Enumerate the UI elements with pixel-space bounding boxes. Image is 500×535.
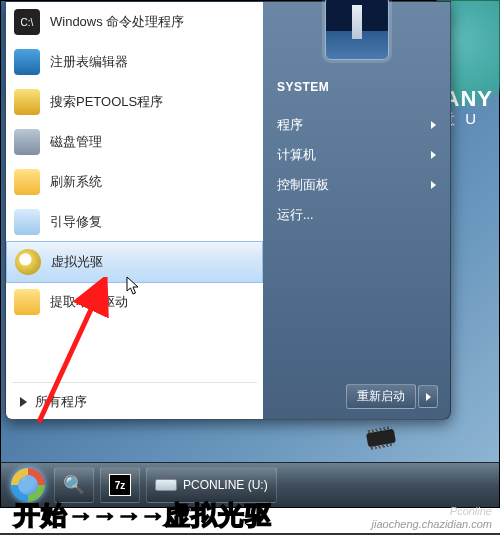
instruction-strip: 开始→→→→虚拟光驱 Pconline jiaocheng.chazidian.…: [0, 508, 500, 533]
restart-button[interactable]: 重新启动: [346, 384, 416, 409]
instruction-target: 虚拟光驱: [164, 500, 272, 530]
places-item-label: 计算机: [277, 147, 316, 164]
restart-options-button[interactable]: [418, 385, 438, 408]
start-item-label: 提取本机驱动: [50, 293, 128, 311]
chip-icon: [366, 429, 396, 448]
start-item-6[interactable]: 虚拟光驱: [6, 241, 263, 283]
start-item-0[interactable]: C:\Windows 命令处理程序: [6, 2, 263, 42]
watermark-bottom: jiaocheng.chazidian.com: [372, 518, 492, 530]
watermark-top: Pconline: [450, 505, 492, 517]
places-item-1[interactable]: 计算机: [271, 140, 442, 170]
user-name: SYSTEM: [277, 80, 329, 94]
start-item-1[interactable]: 注册表编辑器: [6, 42, 263, 82]
start-menu-left: C:\Windows 命令处理程序注册表编辑器搜索PETOOLS程序磁盘管理刷新…: [6, 2, 263, 419]
start-item-label: 虚拟光驱: [51, 253, 103, 271]
start-item-label: 刷新系统: [50, 173, 102, 191]
triangle-right-icon: [431, 121, 436, 129]
separator: [12, 382, 257, 383]
start-menu-right: SYSTEM 程序计算机控制面板运行... 重新启动: [263, 2, 450, 419]
instruction-text: 开始→→→→虚拟光驱: [14, 498, 272, 533]
7zip-icon: 7z: [109, 474, 131, 496]
ico-refresh-icon: [14, 169, 40, 195]
ico-drv-icon: [14, 289, 40, 315]
places-item-3[interactable]: 运行...: [271, 200, 442, 230]
taskbar-button-label: PCONLINE (U:): [183, 478, 268, 492]
start-item-3[interactable]: 磁盘管理: [6, 122, 263, 162]
start-item-label: 注册表编辑器: [50, 53, 128, 71]
triangle-right-icon: [431, 151, 436, 159]
magnifier-icon: 🔍: [63, 474, 85, 496]
triangle-right-icon: [20, 397, 27, 407]
instruction-start: 开始: [14, 500, 68, 530]
places-item-2[interactable]: 控制面板: [271, 170, 442, 200]
start-item-7[interactable]: 提取本机驱动: [6, 282, 263, 322]
places-item-label: 运行...: [277, 207, 313, 224]
start-item-label: 引导修复: [50, 213, 102, 231]
drive-icon: [155, 474, 177, 496]
places-item-label: 控制面板: [277, 177, 329, 194]
restart-group: 重新启动: [346, 384, 438, 409]
all-programs-label: 所有程序: [35, 393, 87, 411]
start-item-label: 磁盘管理: [50, 133, 102, 151]
start-item-2[interactable]: 搜索PETOOLS程序: [6, 82, 263, 122]
triangle-right-icon: [431, 181, 436, 189]
places-item-0[interactable]: 程序: [271, 110, 442, 140]
start-item-label: Windows 命令处理程序: [50, 13, 184, 31]
start-item-label: 搜索PETOOLS程序: [50, 93, 163, 111]
all-programs[interactable]: 所有程序: [6, 385, 263, 419]
desktop: TIANY 天意 U C:\Windows 命令处理程序注册表编辑器搜索PETO…: [0, 0, 500, 508]
ico-boot-icon: [14, 209, 40, 235]
start-item-4[interactable]: 刷新系统: [6, 162, 263, 202]
start-item-5[interactable]: 引导修复: [6, 202, 263, 242]
ico-reg-icon: [14, 49, 40, 75]
windows-orb-icon: [11, 468, 45, 502]
ico-disk-icon: [14, 129, 40, 155]
instruction-arrows: →→→→: [68, 500, 164, 530]
ico-search-icon: [14, 89, 40, 115]
ico-vcd-icon: [15, 249, 41, 275]
user-picture[interactable]: [325, 0, 389, 60]
ico-cmd-icon: C:\: [14, 9, 40, 35]
places-item-label: 程序: [277, 117, 303, 134]
start-menu: C:\Windows 命令处理程序注册表编辑器搜索PETOOLS程序磁盘管理刷新…: [5, 1, 451, 420]
